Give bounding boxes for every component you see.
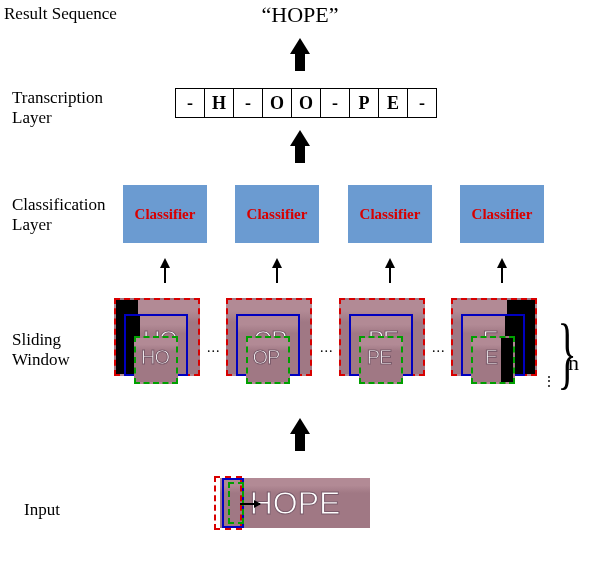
label-line: Sliding [12,330,61,349]
label-input: Input [24,500,60,520]
label-line: Transcription [12,88,103,107]
label-result-sequence: Result Sequence [4,4,117,24]
scale-count: n [568,350,579,376]
window-group: OP OP OP [226,298,316,388]
dots-icon: ... [320,340,334,356]
arrow-result-icon [290,38,310,54]
crop-letters: OP [246,346,288,369]
arrow-transcription-icon [290,130,310,146]
transcription-cell: - [175,88,205,118]
transcription-row: - H - O O - P E - [176,88,437,118]
classifier-box: Classifier [235,185,319,243]
dots-icon: ... [432,340,446,356]
label-line: Layer [12,215,52,234]
label-line: Classification [12,195,105,214]
label-classification-layer: Classification Layer [12,195,105,236]
dots-icon: ⋮ [542,373,557,390]
result-sequence-value: “HOPE” [250,2,350,28]
classifier-box: Classifier [348,185,432,243]
slide-arrow-icon [240,503,260,505]
window-group: E E E [451,298,541,388]
pad-black [501,338,513,382]
crop-letters: HO [134,346,176,369]
crop-letters: PE [359,346,401,369]
label-sliding-window: Sliding Window [12,330,70,371]
transcription-cell: E [378,88,408,118]
transcription-cell: H [204,88,234,118]
classifier-box: Classifier [460,185,544,243]
label-line: Window [12,350,70,369]
window-group: PE PE PE [339,298,429,388]
window-group: HO HO HO [114,298,204,388]
arrow-thin-icon [160,258,170,268]
dots-icon: ... [207,340,221,356]
transcription-cell: - [320,88,350,118]
arrow-sliding-icon [290,418,310,434]
transcription-cell: - [233,88,263,118]
arrow-thin-icon [272,258,282,268]
transcription-cell: P [349,88,379,118]
label-transcription-layer: Transcription Layer [12,88,103,129]
arrow-thin-icon [385,258,395,268]
transcription-cell: - [407,88,437,118]
transcription-cell: O [262,88,292,118]
input-word: HOPE [250,485,341,522]
label-line: Layer [12,108,52,127]
transcription-cell: O [291,88,321,118]
classifier-box: Classifier [123,185,207,243]
arrow-thin-icon [497,258,507,268]
